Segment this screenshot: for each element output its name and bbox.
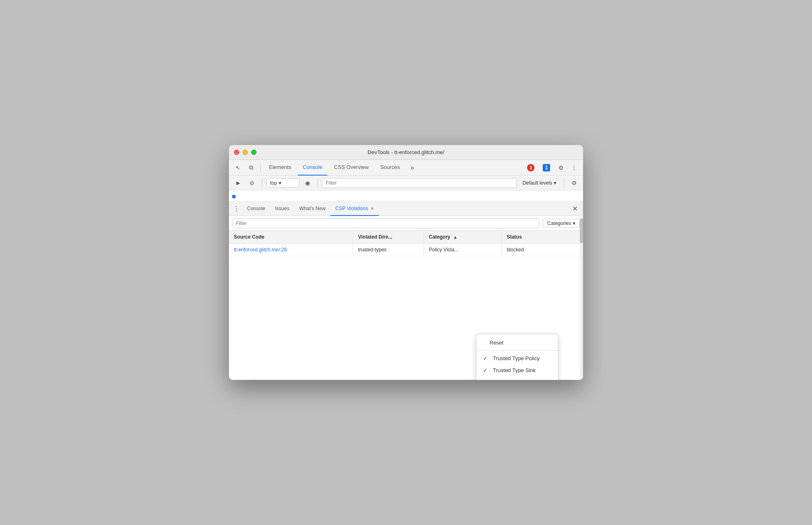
- context-selector[interactable]: top ▾: [266, 178, 299, 188]
- console-secondary-toolbar: ▶ ⊘ top ▾ ◉ Default levels ▾ ⚙: [229, 176, 583, 190]
- cursor-icon: ↖: [236, 164, 240, 171]
- check-icon-ttp: ✓: [483, 355, 490, 361]
- x-close-icon: ✕: [572, 205, 578, 213]
- scrollbar-thumb[interactable]: [580, 218, 583, 243]
- devtools-window: DevTools - tt-enforced.glitch.me/ ↖ ⧉ El…: [229, 145, 583, 380]
- window-title: DevTools - tt-enforced.glitch.me/: [368, 149, 444, 155]
- settings-button[interactable]: ⚙: [555, 162, 567, 173]
- categories-button[interactable]: Categories ▾: [543, 219, 580, 228]
- errors-badge: 3: [527, 164, 534, 171]
- violations-filter-input[interactable]: [232, 218, 539, 228]
- more-vert-icon: ⋮: [571, 164, 577, 171]
- toolbar-separator-1: [260, 163, 261, 172]
- gear-icon: ⚙: [558, 164, 564, 171]
- levels-chevron-icon: ▾: [554, 180, 556, 186]
- devtools-top-toolbar: ↖ ⧉ Elements Console CSS Overview Source…: [229, 160, 583, 176]
- col-status[interactable]: Status: [502, 231, 583, 244]
- three-dots-icon: ⋮: [233, 205, 240, 213]
- category-trusted-type-sink[interactable]: ✓ Trusted Type Sink: [476, 364, 558, 376]
- check-icon-cspi: ✓: [483, 379, 490, 380]
- title-bar: DevTools - tt-enforced.glitch.me/: [229, 145, 583, 160]
- device-icon: ⧉: [249, 164, 253, 171]
- drawer-filter-bar: Categories ▾: [229, 216, 583, 231]
- messages-badge: 1: [543, 164, 550, 171]
- context-label: top: [270, 180, 277, 186]
- maximize-button[interactable]: [251, 150, 257, 155]
- tab-css-overview[interactable]: CSS Overview: [329, 160, 374, 176]
- categories-dropdown: Reset ✓ Trusted Type Policy ✓ Trusted Ty…: [476, 334, 558, 380]
- tab-elements[interactable]: Elements: [264, 160, 296, 176]
- drawer-close-button[interactable]: ✕: [570, 204, 580, 214]
- cell-status: blocked: [502, 244, 583, 256]
- drawer-tab-issues[interactable]: Issues: [270, 202, 294, 216]
- customize-button[interactable]: ⋮: [568, 162, 580, 173]
- device-toolbar-button[interactable]: ⧉: [245, 162, 257, 173]
- cell-category: Policy Viola...: [424, 244, 502, 256]
- drawer-tab-csp-violations[interactable]: CSP Violations ×: [330, 202, 378, 216]
- toolbar-separator-3: [317, 178, 318, 188]
- dropdown-divider: [476, 350, 558, 351]
- col-violated-directive[interactable]: Violated Dire...: [353, 231, 424, 244]
- table-header-row: Source Code Violated Dire... Category ▲ …: [229, 231, 583, 244]
- category-csp-inline[interactable]: ✓ CSP Inline: [476, 376, 558, 380]
- col-source-code[interactable]: Source Code: [229, 231, 353, 244]
- chevron-down-icon: ▾: [279, 180, 281, 186]
- close-button[interactable]: [234, 150, 239, 155]
- drawer-menu-button[interactable]: ⋮: [231, 203, 242, 215]
- console-filter-input[interactable]: [322, 178, 517, 188]
- default-levels-button[interactable]: Default levels ▾: [519, 179, 560, 187]
- tab-sources[interactable]: Sources: [375, 160, 405, 176]
- console-output-area: [229, 190, 583, 202]
- more-tabs-button[interactable]: »: [406, 162, 418, 173]
- drawer-tab-whats-new[interactable]: What's New: [294, 202, 331, 216]
- toolbar-separator-2: [262, 178, 262, 188]
- category-sort-icon: ▲: [453, 235, 457, 239]
- inspect-element-button[interactable]: ↖: [232, 162, 244, 173]
- close-tab-icon[interactable]: ×: [371, 205, 374, 211]
- messages-button[interactable]: 1: [539, 163, 553, 173]
- drawer-tab-console[interactable]: Console: [242, 202, 270, 216]
- blue-indicator-dot: [232, 195, 236, 198]
- reset-button[interactable]: Reset: [476, 337, 558, 349]
- check-icon-tts: ✓: [483, 367, 490, 373]
- col-category[interactable]: Category ▲: [424, 231, 502, 244]
- minimize-button[interactable]: [243, 150, 248, 155]
- toolbar-separator-4: [564, 178, 564, 188]
- errors-button[interactable]: 3: [524, 163, 538, 173]
- traffic-lights: [234, 150, 257, 155]
- execute-script-button[interactable]: ▶: [232, 177, 244, 189]
- categories-chevron-icon: ▾: [573, 220, 575, 226]
- cell-violated-directive: trusted-types: [353, 244, 424, 256]
- console-settings-button[interactable]: ⚙: [568, 177, 580, 189]
- eye-button[interactable]: ◉: [302, 177, 313, 189]
- table-row[interactable]: tt-enforced.glitch.me/:28 trusted-types …: [229, 244, 583, 256]
- tab-console[interactable]: Console: [298, 160, 327, 176]
- drawer-tabs-bar: ⋮ Console Issues What's New CSP Violatio…: [229, 202, 583, 216]
- categories-label: Categories: [547, 220, 571, 226]
- category-trusted-type-policy[interactable]: ✓ Trusted Type Policy: [476, 352, 558, 364]
- clear-console-button[interactable]: ⊘: [246, 177, 258, 189]
- levels-label: Default levels: [523, 180, 552, 186]
- main-content: ⋮ Console Issues What's New CSP Violatio…: [229, 202, 583, 380]
- cell-source-code[interactable]: tt-enforced.glitch.me/:28: [229, 244, 353, 256]
- scrollbar-track[interactable]: [580, 202, 583, 380]
